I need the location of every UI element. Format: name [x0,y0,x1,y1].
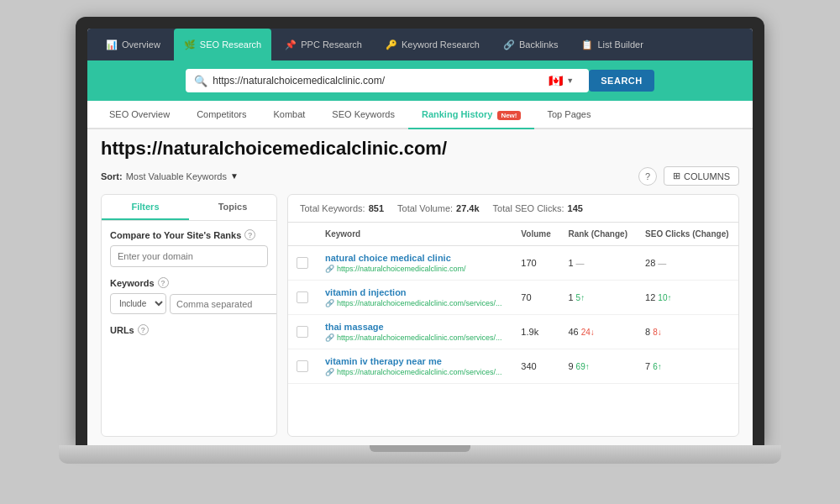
keyword-url: 🔗 https://naturalchoicemedicalclinic.com… [325,299,504,307]
row-volume-cell: 70 [512,281,559,315]
search-button[interactable]: SEARCH [589,70,654,92]
columns-label: COLUMNS [684,171,730,181]
filter-compare-section: Compare to Your Site's Ranks ? [110,229,268,267]
table-row: vitamin d injection 🔗 https://naturalcho… [288,281,738,315]
sub-tab-competitors[interactable]: Competitors [183,101,260,129]
col-rank[interactable]: Rank (Change) [559,223,637,246]
row-volume-cell: 1.9k [512,315,559,349]
keyword-icon: 🔑 [386,39,397,50]
backlinks-icon: 🔗 [503,39,515,50]
nav-tab-seo-research[interactable]: 🌿 SEO Research [174,29,271,60]
stat-total-volume: Total Volume: 27.4k [397,203,480,213]
toolbar-right: ? ⊞ COLUMNS [638,166,739,186]
urls-help-icon: ? [138,324,149,335]
total-volume-value: 27.4k [456,203,480,213]
table-row: thai massage 🔗 https://naturalchoicemedi… [288,315,738,349]
list-builder-icon: 📋 [581,39,593,50]
new-badge: New! [497,111,520,120]
ppc-icon: 📌 [285,39,297,50]
compare-input[interactable] [110,245,268,267]
col-seo[interactable]: SEO Clicks (Change) [637,223,738,246]
table-row: vitamin iv therapy near me 🔗 https://nat… [288,349,738,384]
two-panel: Filters Topics Compare to Your Site's Ra… [101,194,739,437]
total-keywords-value: 851 [369,203,384,213]
row-keyword-cell: vitamin iv therapy near me 🔗 https://nat… [317,349,512,384]
panel-tabs: Filters Topics [102,195,276,221]
columns-button[interactable]: ⊞ COLUMNS [664,166,739,186]
keyword-url: 🔗 https://naturalchoicemedicalclinic.com… [325,333,504,342]
nav-tab-overview-label: Overview [122,39,160,50]
compare-help-icon: ? [244,229,255,240]
keyword-row: Include [110,293,268,314]
col-checkbox [288,223,317,246]
nav-tab-keyword[interactable]: 🔑 Keyword Research [375,29,490,60]
right-panel: Total Keywords: 851 Total Volume: 27.4k … [287,194,739,437]
sub-tab-kombat[interactable]: Kombat [260,101,318,129]
row-volume-cell: 170 [512,246,559,281]
sub-tab-seo-keywords[interactable]: SEO Keywords [318,101,408,129]
nav-tab-keyword-label: Keyword Research [402,39,480,50]
row-checkbox-cell[interactable] [288,349,317,384]
nav-tab-list-builder[interactable]: 📋 List Builder [571,29,653,60]
row-keyword-cell: natural choice medical clinic 🔗 https://… [317,246,512,281]
laptop-screen: 📊 Overview 🌿 SEO Research 📌 PPC Research… [76,17,764,445]
keyword-include-select[interactable]: Include [110,293,166,314]
table: Keyword Volume Rank (Change) SEO Clicks … [288,223,738,384]
urls-label: URLs ? [110,324,268,335]
row-seo-cell: 8 8↓ [637,315,738,349]
nav-tab-backlinks[interactable]: 🔗 Backlinks [493,29,568,60]
keyword-url: 🔗 https://naturalchoicemedicalclinic.com… [325,265,504,273]
keyword-url: 🔗 https://naturalchoicemedicalclinic.com… [325,368,504,376]
row-keyword-cell: vitamin d injection 🔗 https://naturalcho… [317,281,512,315]
col-keyword[interactable]: Keyword [317,223,512,246]
sort-label: Sort: [101,171,123,181]
row-rank-cell: 9 69↑ [559,349,637,384]
nav-tab-backlinks-label: Backlinks [519,39,558,50]
nav-bar: 📊 Overview 🌿 SEO Research 📌 PPC Research… [87,29,753,60]
row-checkbox-cell[interactable] [288,281,317,315]
row-checkbox-cell[interactable] [288,246,317,281]
help-button[interactable]: ? [638,167,657,186]
left-panel: Filters Topics Compare to Your Site's Ra… [101,194,277,437]
overview-icon: 📊 [106,39,118,50]
search-input[interactable] [213,75,537,87]
nav-tab-ppc[interactable]: 📌 PPC Research [275,29,372,60]
row-rank-cell: 1 5↑ [559,281,637,315]
stats-row: Total Keywords: 851 Total Volume: 27.4k … [288,195,738,223]
keyword-input[interactable] [170,294,276,314]
col-volume[interactable]: Volume [512,223,559,246]
chevron-icon: ▼ [230,171,239,181]
sub-tab-ranking-history[interactable]: Ranking History New! [408,101,534,129]
compare-label: Compare to Your Site's Ranks ? [110,229,268,240]
keyword-link[interactable]: vitamin d injection [325,287,407,297]
panel-body: Compare to Your Site's Ranks ? Keywords … [102,221,276,436]
flag-icon: 🇨🇦 [549,74,563,87]
keywords-label: Keywords ? [110,277,268,288]
row-rank-cell: 1 — [559,246,637,281]
nav-tab-list-label: List Builder [597,39,643,50]
sub-tab-top-pages[interactable]: Top Pages [534,101,605,129]
search-input-wrapper: 🔍 🇨🇦 ▼ [186,69,589,92]
keyword-link[interactable]: natural choice medical clinic [325,253,451,263]
main-content: https://naturalchoicemedicalclinic.com/ … [87,129,753,445]
row-checkbox-cell[interactable] [288,315,317,349]
screen-content: 📊 Overview 🌿 SEO Research 📌 PPC Research… [87,29,753,445]
keyword-link[interactable]: vitamin iv therapy near me [325,356,442,366]
search-icon: 🔍 [194,75,207,87]
sub-nav: SEO Overview Competitors Kombat SEO Keyw… [87,101,753,129]
keyword-link[interactable]: thai massage [325,322,384,332]
filter-keywords-section: Keywords ? Include [110,277,268,314]
panel-tab-topics[interactable]: Topics [189,195,276,220]
panel-tab-filters[interactable]: Filters [102,195,189,220]
nav-tab-overview[interactable]: 📊 Overview [96,29,171,60]
sub-tab-seo-overview[interactable]: SEO Overview [96,101,183,129]
nav-tab-ppc-label: PPC Research [301,39,362,50]
flag-selector[interactable]: 🇨🇦 ▼ [542,74,580,87]
keywords-help-icon: ? [158,277,169,288]
row-volume-cell: 340 [512,349,559,384]
total-keywords-label: Total Keywords: [300,203,365,213]
row-keyword-cell: thai massage 🔗 https://naturalchoicemedi… [317,315,512,349]
sort-selector[interactable]: Sort: Most Valuable Keywords ▼ [101,171,239,181]
sort-value: Most Valuable Keywords [126,171,227,181]
link-icon: 🔗 [325,265,334,273]
